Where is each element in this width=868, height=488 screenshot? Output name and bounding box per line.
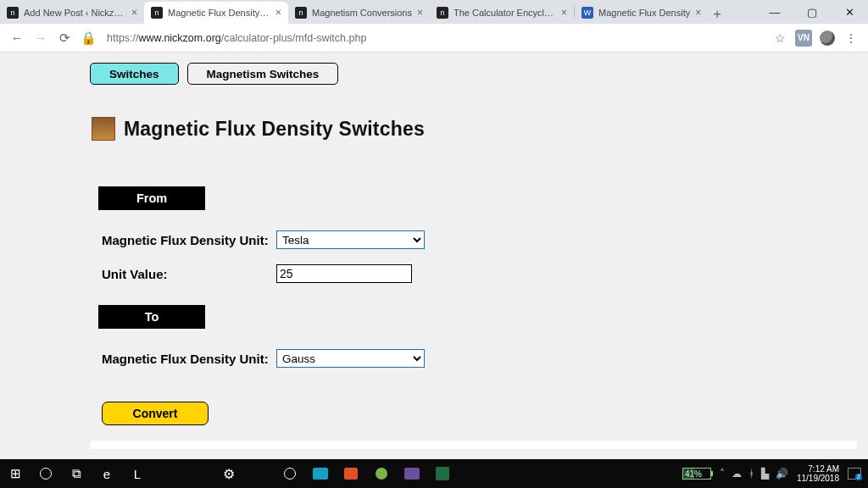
close-icon[interactable]: ×	[131, 7, 137, 19]
close-icon[interactable]: ×	[417, 7, 423, 19]
favicon-icon: n	[151, 7, 163, 19]
app-icon[interactable]: L	[122, 459, 153, 488]
taskbar-app-icon[interactable]	[336, 459, 366, 488]
new-tab-button[interactable]: +	[708, 5, 726, 24]
windows-taskbar: ⊞ ⧉ e L ⚙ 41% ˄ ☁ ᚼ ▙ 🔊 7:12 AM 11/19/20…	[0, 459, 868, 488]
tab-title: The Calculator Encyclopedia C	[453, 8, 556, 18]
tab-title: Magnetism Conversions	[312, 8, 412, 18]
favicon-icon: n	[295, 7, 307, 19]
page-favicon-icon	[92, 117, 115, 141]
page-title: Magnetic Flux Density Switches	[124, 118, 425, 141]
start-button[interactable]: ⊞	[0, 459, 31, 488]
to-unit-select[interactable]: Gauss	[276, 349, 425, 368]
chrome-icon[interactable]	[244, 459, 275, 488]
back-button[interactable]: ←	[7, 28, 27, 48]
window-maximize-button[interactable]: ▢	[793, 0, 831, 24]
to-section-label: To	[98, 305, 205, 329]
forward-button[interactable]: →	[31, 28, 51, 48]
clock-time: 7:12 AM	[797, 464, 839, 474]
close-icon[interactable]: ×	[561, 7, 567, 19]
close-icon[interactable]: ×	[275, 7, 281, 19]
tab-title: Magnetic Flux Density	[598, 8, 690, 18]
network-icon[interactable]: ▙	[761, 468, 769, 480]
address-bar[interactable]: https://www.nickzom.org/calculator-plus/…	[100, 32, 768, 44]
breadcrumb: Switches Magnetism Switches	[90, 63, 868, 85]
browser-toolbar: ← → ⟳ 🔒 https://www.nickzom.org/calculat…	[0, 24, 868, 53]
profile-avatar-icon[interactable]	[819, 30, 836, 47]
volume-icon[interactable]: 🔊	[776, 468, 788, 480]
to-unit-label: Magnetic Flux Density Unit:	[102, 352, 276, 366]
page-viewport: Switches Magnetism Switches Magnetic Flu…	[0, 53, 868, 459]
window-close-button[interactable]: ✕	[831, 0, 868, 24]
url-scheme: https://	[107, 32, 139, 44]
secure-lock-icon[interactable]: 🔒	[78, 28, 98, 48]
url-host: www.nickzom.org	[139, 32, 221, 44]
url-path: /calculator-plus/mfd-switch.php	[221, 32, 367, 44]
tab-title: Magnetic Flux Density Convers	[168, 8, 270, 18]
browser-tab-0[interactable]: n Add New Post ‹ Nickzom Blog ×	[0, 2, 144, 24]
browser-tab-3[interactable]: n The Calculator Encyclopedia C ×	[430, 2, 574, 24]
convert-button[interactable]: Convert	[102, 402, 209, 425]
taskbar-app-icon[interactable]	[366, 459, 397, 488]
taskbar-app-icon[interactable]	[305, 459, 336, 488]
bluetooth-icon[interactable]: ᚼ	[748, 468, 754, 480]
breadcrumb-magnetism-switches[interactable]: Magnetism Switches	[187, 63, 339, 85]
tab-title: Add New Post ‹ Nickzom Blog	[24, 8, 126, 18]
unit-value-input[interactable]	[276, 264, 412, 283]
favicon-icon: n	[437, 7, 448, 19]
bookmark-star-icon[interactable]: ☆	[771, 30, 788, 47]
browser-tab-4[interactable]: W Magnetic Flux Density ×	[575, 2, 708, 24]
horizontal-scrollbar[interactable]	[90, 441, 857, 449]
calculator-icon[interactable]	[183, 459, 214, 488]
from-unit-label: Magnetic Flux Density Unit:	[102, 233, 276, 247]
breadcrumb-switches[interactable]: Switches	[90, 63, 179, 85]
close-icon[interactable]: ×	[695, 7, 701, 19]
browser-tabstrip: n Add New Post ‹ Nickzom Blog × n Magnet…	[0, 0, 868, 24]
browser-tab-2[interactable]: n Magnetism Conversions ×	[288, 2, 430, 24]
clock-date: 11/19/2018	[797, 474, 839, 483]
tray-up-icon[interactable]: ˄	[720, 468, 725, 480]
taskbar-app-icon[interactable]	[275, 459, 305, 488]
from-section-label: From	[98, 186, 205, 210]
file-explorer-icon[interactable]	[153, 459, 183, 488]
battery-status[interactable]: 41%	[682, 468, 711, 480]
system-tray[interactable]: ˄ ☁ ᚼ ▙ 🔊	[720, 468, 788, 480]
edge-icon[interactable]: e	[92, 459, 122, 488]
browser-tab-1[interactable]: n Magnetic Flux Density Convers ×	[144, 2, 288, 24]
reload-button[interactable]: ⟳	[54, 28, 75, 48]
unit-value-label: Unit Value:	[102, 267, 276, 281]
extension-icon[interactable]: VN	[795, 30, 812, 47]
window-minimize-button[interactable]: —	[756, 0, 793, 24]
onedrive-icon[interactable]: ☁	[732, 468, 742, 480]
taskbar-clock[interactable]: 7:12 AM 11/19/2018	[797, 464, 839, 483]
cortana-search-icon[interactable]	[31, 459, 61, 488]
task-view-icon[interactable]: ⧉	[61, 459, 92, 488]
taskbar-app-icon[interactable]	[397, 459, 427, 488]
notification-count-badge: 2	[855, 474, 862, 480]
excel-icon[interactable]	[427, 459, 458, 488]
browser-menu-button[interactable]: ⋮	[843, 30, 860, 47]
settings-icon[interactable]: ⚙	[214, 459, 244, 488]
favicon-icon: W	[581, 7, 593, 19]
action-center-icon[interactable]: 2	[848, 468, 861, 480]
from-unit-select[interactable]: Tesla	[276, 230, 425, 249]
favicon-icon: n	[7, 7, 19, 19]
